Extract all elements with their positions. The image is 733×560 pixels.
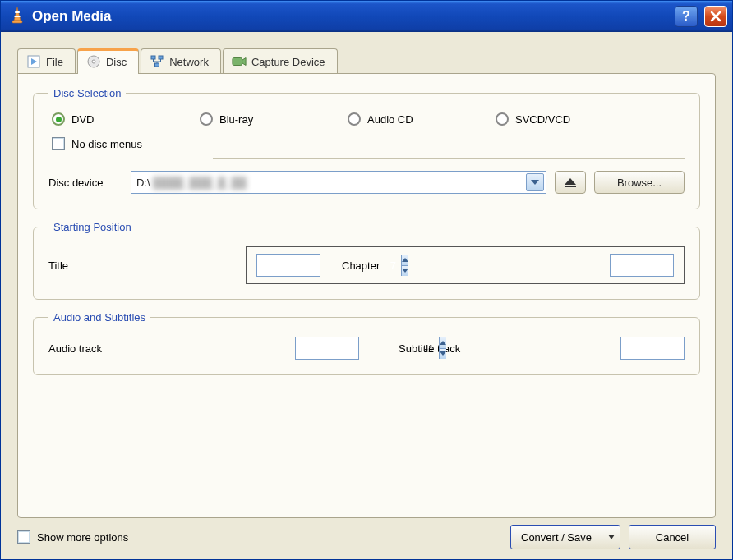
subtitle-track-spinner[interactable] — [620, 337, 685, 360]
titlebar: Open Media ? — [1, 1, 732, 32]
dialog-footer: Show more options Convert / Save Cancel — [17, 518, 716, 549]
window-title: Open Media — [32, 8, 668, 25]
tab-file[interactable]: File — [17, 48, 76, 74]
audio-subtitles-group: Audio and Subtitles Audio track Subtitle… — [33, 311, 700, 375]
radio-audiocd-label: Audio CD — [367, 113, 413, 126]
chevron-down-icon — [531, 180, 539, 185]
svg-marker-12 — [242, 58, 247, 66]
title-chapter-focus-box: Chapter — [246, 246, 685, 284]
title-label: Title — [48, 259, 246, 272]
browse-button[interactable]: Browse... — [594, 171, 685, 194]
close-button[interactable] — [704, 6, 727, 27]
radio-bluray-label: Blu-ray — [219, 113, 253, 126]
tab-network-label: Network — [169, 56, 209, 68]
open-media-dialog: Open Media ? File Disc — [0, 0, 733, 560]
svg-marker-0 — [14, 7, 21, 21]
radio-svcd-vcd[interactable]: SVCD/VCD — [496, 112, 594, 126]
capture-device-icon — [232, 54, 247, 69]
client-area: File Disc Network Capture Device — [1, 32, 732, 559]
tab-disc[interactable]: Disc — [77, 48, 139, 74]
divider — [213, 158, 685, 159]
eject-button[interactable] — [555, 171, 586, 194]
title-spin-up[interactable] — [401, 255, 408, 265]
title-input[interactable] — [257, 255, 401, 276]
disc-selection-group: Disc Selection DVD Blu-ray Audio CD — [33, 87, 700, 209]
show-more-options-label: Show more options — [37, 531, 128, 544]
file-icon — [26, 54, 41, 69]
radio-audio-cd[interactable]: Audio CD — [348, 112, 446, 126]
svg-rect-3 — [12, 21, 22, 23]
radio-svcdvcd-label: SVCD/VCD — [515, 113, 570, 126]
disc-device-row: Disc device D:\ ████_███_█_██ Browse... — [48, 171, 685, 194]
audio-track-spinner[interactable] — [295, 337, 359, 360]
tab-network[interactable]: Network — [141, 48, 221, 74]
no-disc-menus-row: No disc menus — [48, 137, 685, 150]
convert-save-label: Convert / Save — [511, 526, 602, 549]
chapter-input[interactable] — [611, 255, 733, 276]
title-spin-down[interactable] — [401, 265, 408, 277]
chapter-spinner[interactable] — [610, 254, 674, 277]
convert-save-button[interactable]: Convert / Save — [510, 525, 620, 549]
disc-device-combo[interactable]: D:\ ████_███_█_██ — [131, 171, 546, 194]
vlc-cone-icon — [9, 6, 25, 28]
arrow-down-icon — [402, 269, 408, 273]
radio-icon — [496, 112, 509, 126]
svg-rect-11 — [233, 58, 242, 66]
audio-track-input[interactable] — [296, 337, 439, 359]
radio-dvd-label: DVD — [71, 113, 94, 126]
disc-device-value: D:\ ████_███_█_██ — [136, 177, 526, 189]
radio-icon — [200, 112, 213, 126]
disc-device-label: Disc device — [48, 177, 122, 189]
svg-rect-10 — [155, 63, 159, 67]
eject-icon — [565, 178, 576, 187]
svg-rect-1 — [15, 11, 20, 13]
starting-position-group: Starting Position Title Chapter — [33, 221, 700, 300]
svg-point-7 — [92, 60, 95, 63]
disc-device-dropdown-button[interactable] — [526, 173, 544, 191]
tab-file-label: File — [46, 56, 63, 68]
show-more-options-checkbox[interactable] — [17, 530, 30, 544]
convert-save-dropdown[interactable] — [602, 526, 620, 549]
disc-panel: Disc Selection DVD Blu-ray Audio CD — [17, 73, 716, 518]
tab-capture-device[interactable]: Capture Device — [223, 48, 338, 74]
radio-icon — [348, 112, 361, 126]
audio-track-label: Audio track — [48, 342, 295, 355]
no-disc-menus-label: No disc menus — [71, 138, 142, 150]
browse-button-label: Browse... — [617, 177, 662, 189]
help-button[interactable]: ? — [675, 6, 698, 27]
arrow-up-icon — [402, 258, 408, 262]
svg-rect-9 — [159, 56, 163, 59]
svg-rect-8 — [151, 56, 155, 59]
title-spinner[interactable] — [256, 254, 320, 277]
no-disc-menus-checkbox[interactable] — [52, 137, 65, 150]
arrow-down-icon — [440, 351, 446, 356]
svg-rect-2 — [15, 16, 21, 17]
tab-bar: File Disc Network Capture Device — [17, 45, 716, 73]
tab-capture-label: Capture Device — [251, 56, 325, 68]
audio-subtitles-legend: Audio and Subtitles — [48, 311, 150, 324]
cancel-button-label: Cancel — [656, 531, 689, 544]
svg-marker-13 — [608, 535, 615, 539]
disc-selection-legend: Disc Selection — [48, 87, 126, 99]
disc-type-radio-row: DVD Blu-ray Audio CD SVCD/VCD — [48, 112, 685, 126]
audio-track-spin-up[interactable] — [439, 337, 446, 348]
cancel-button[interactable]: Cancel — [629, 525, 716, 549]
radio-dvd[interactable]: DVD — [52, 112, 150, 126]
starting-position-legend: Starting Position — [48, 221, 136, 233]
disc-icon — [86, 54, 101, 69]
network-icon — [150, 54, 164, 69]
audio-track-spin-down[interactable] — [439, 348, 446, 360]
radio-icon — [52, 112, 65, 126]
subtitle-track-input[interactable] — [621, 337, 733, 359]
radio-bluray[interactable]: Blu-ray — [200, 112, 298, 126]
arrow-up-icon — [440, 341, 446, 345]
tab-disc-label: Disc — [106, 56, 127, 68]
